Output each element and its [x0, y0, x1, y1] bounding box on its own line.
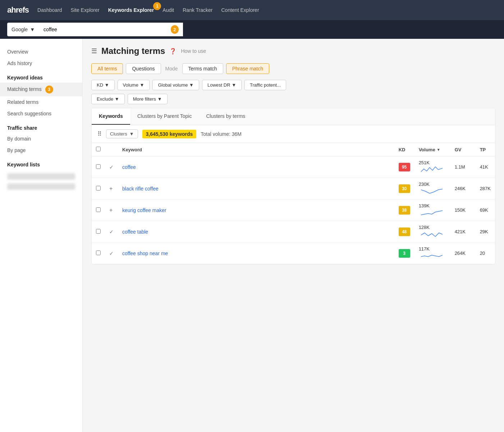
layout: Overview Ads history Keyword ideas Match… — [0, 39, 504, 432]
keyword-cell: keurig coffee maker — [118, 199, 394, 221]
total-volume: Total volume: 36M — [201, 131, 242, 137]
tab-all-terms[interactable]: All terms — [91, 63, 123, 74]
row-checkbox-cell — [92, 156, 105, 178]
page-title: Matching terms — [101, 46, 165, 56]
keyword-link[interactable]: coffee table — [122, 229, 148, 235]
volume-sort-icon: ▼ — [437, 148, 440, 152]
nav-keywords-explorer[interactable]: Keywords Explorer 1 — [108, 6, 154, 14]
topnav: ahrefs Dashboard Site Explorer Keywords … — [0, 0, 504, 20]
volume-chart — [421, 165, 443, 174]
row-checkbox[interactable] — [96, 229, 101, 234]
engine-select[interactable]: Google ▼ — [7, 23, 39, 36]
th-gv[interactable]: GV — [450, 143, 476, 156]
volume-cell: 128K — [414, 221, 450, 243]
clusters-label: Clusters — [110, 131, 127, 137]
tp-cell: 29K — [476, 221, 495, 243]
gv-cell: 1.1M — [450, 156, 476, 178]
kd-cell: 48 — [394, 221, 414, 243]
tp-value: 41K — [480, 164, 488, 170]
clusters-button[interactable]: Clusters ▼ — [106, 129, 138, 138]
engine-label: Google — [12, 27, 28, 32]
volume-cell: 251K — [414, 156, 450, 178]
nav-dashboard[interactable]: Dashboard — [37, 6, 62, 14]
sidebar-item-matching-terms[interactable]: Matching terms 3 — [0, 83, 82, 96]
th-keyword[interactable]: Keyword — [118, 143, 394, 156]
th-volume[interactable]: Volume ▼ — [414, 143, 450, 156]
cluster-tab-terms[interactable]: Clusters by terms — [199, 108, 252, 125]
row-checkbox[interactable] — [96, 207, 101, 212]
filter-exclude[interactable]: Exclude ▼ — [91, 94, 125, 104]
status-plus-icon: + — [109, 207, 113, 213]
cluster-tab-parent-topic[interactable]: Clusters by Parent Topic — [130, 108, 199, 125]
row-status-cell: ✓ — [105, 243, 118, 264]
table-row: + black rifle coffee 30 230K 246K 287K — [92, 178, 495, 199]
tp-value: 287K — [480, 186, 491, 191]
table-row: ✓ coffee table 48 128K 421K 29K — [92, 221, 495, 243]
keyword-link[interactable]: coffee — [122, 164, 136, 170]
filter-lowest-dr[interactable]: Lowest DR ▼ — [202, 80, 242, 90]
sidebar-item-related-terms[interactable]: Related terms — [0, 96, 82, 108]
keyword-cell: coffee table — [118, 221, 394, 243]
sidebar-item-ads-history[interactable]: Ads history — [0, 58, 82, 69]
status-check-icon: ✓ — [109, 251, 114, 256]
tab-terms-match[interactable]: Terms match — [182, 63, 223, 74]
row-checkbox[interactable] — [96, 251, 101, 255]
nav-site-explorer[interactable]: Site Explorer — [71, 6, 100, 14]
sidebar-section-traffic-share: Traffic share — [0, 119, 82, 133]
keyword-link[interactable]: black rifle coffee — [122, 186, 159, 192]
volume-cell: 139K — [414, 199, 450, 221]
keyword-link[interactable]: keurig coffee maker — [122, 207, 166, 213]
select-all-checkbox[interactable] — [96, 147, 101, 151]
keywords-table: Keyword KD Volume ▼ GV TP — [92, 143, 495, 264]
nav-rank-tracker[interactable]: Rank Tracker — [183, 6, 212, 14]
tab-phrase-match[interactable]: Phrase match — [226, 63, 269, 74]
th-kd[interactable]: KD — [394, 143, 414, 156]
volume-chart — [421, 187, 443, 196]
filter-traffic-potential[interactable]: Traffic potent... — [244, 80, 286, 90]
tp-value: 69K — [480, 207, 488, 213]
kd-badge: 30 — [399, 184, 410, 193]
clusters-dropdown-icon: ▼ — [129, 131, 134, 137]
filter-more[interactable]: More filters ▼ — [128, 94, 168, 104]
row-checkbox[interactable] — [96, 164, 101, 169]
sidebar-item-by-page[interactable]: By page — [0, 144, 82, 156]
filter-kd[interactable]: KD ▼ — [91, 80, 115, 90]
cluster-tab-keywords[interactable]: Keywords — [92, 108, 130, 125]
search-input-wrap: 2 — [39, 23, 183, 36]
sidebar-item-search-suggestions[interactable]: Search suggestions — [0, 108, 82, 119]
row-status-cell: ✓ — [105, 221, 118, 243]
sidebar-item-overview[interactable]: Overview — [0, 46, 82, 58]
table-row: ✓ coffee 95 251K 1.1M 41K — [92, 156, 495, 178]
keyword-link[interactable]: coffee shop near me — [122, 251, 168, 256]
filter-row2: Exclude ▼ More filters ▼ — [91, 94, 495, 104]
logo-a: a — [7, 5, 11, 14]
search-input[interactable] — [43, 27, 168, 32]
volume-value: 230K — [419, 181, 430, 187]
keyword-cell: black rifle coffee — [118, 178, 394, 199]
hamburger-icon[interactable]: ☰ — [91, 47, 97, 55]
tab-questions[interactable]: Questions — [126, 63, 161, 74]
gv-value: 1.1M — [455, 164, 465, 170]
filter-global-volume[interactable]: Global volume ▼ — [152, 80, 199, 90]
th-status — [105, 143, 118, 156]
kd-badge: 38 — [399, 206, 410, 215]
table-container: Keywords Clusters by Parent Topic Cluste… — [91, 108, 495, 265]
row-checkbox-cell — [92, 178, 105, 199]
help-icon: ❓ — [169, 48, 177, 55]
volume-chart — [421, 252, 443, 260]
row-checkbox-cell — [92, 199, 105, 221]
sidebar-item-by-domain[interactable]: By domain — [0, 133, 82, 144]
blurred-list-2 — [7, 183, 75, 190]
filter-volume[interactable]: Volume ▼ — [118, 80, 150, 90]
logo[interactable]: ahrefs — [7, 5, 29, 15]
row-checkbox[interactable] — [96, 186, 101, 190]
nav-audit[interactable]: Audit — [162, 6, 174, 14]
kd-cell: 95 — [394, 156, 414, 178]
how-to-use-link[interactable]: How to use — [181, 48, 206, 54]
nav-content-explorer[interactable]: Content Explorer — [221, 6, 259, 14]
cluster-tabs: Keywords Clusters by Parent Topic Cluste… — [92, 108, 495, 125]
gv-cell: 264K — [450, 243, 476, 264]
tp-value: 20 — [480, 251, 485, 256]
th-tp[interactable]: TP — [476, 143, 495, 156]
kd-badge: 3 — [399, 249, 410, 258]
